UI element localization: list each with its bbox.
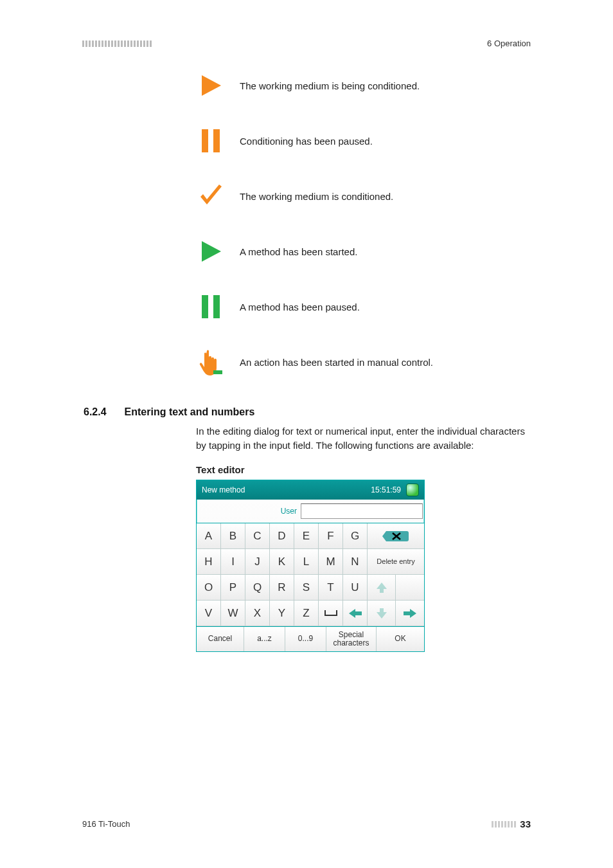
arrow-left-icon xyxy=(348,608,363,619)
key-j[interactable]: J xyxy=(245,549,270,575)
backspace-icon xyxy=(381,529,411,543)
svg-marker-10 xyxy=(404,609,416,618)
check-icon xyxy=(196,181,226,211)
key-y[interactable]: Y xyxy=(270,601,294,626)
editor-bottom-bar: Cancel a...z 0...9 Special characters OK xyxy=(197,626,424,651)
heading-number: 6.2.4 xyxy=(84,406,107,418)
header-ornament xyxy=(82,41,152,47)
key-e[interactable]: E xyxy=(294,523,319,549)
svg-rect-6 xyxy=(213,370,222,374)
key-d[interactable]: D xyxy=(270,523,294,549)
svg-marker-9 xyxy=(377,608,387,619)
page-footer: 916 Ti-Touch 33 xyxy=(82,818,531,829)
cursor-down-button[interactable] xyxy=(368,601,396,626)
svg-marker-0 xyxy=(202,75,221,96)
cursor-up-button[interactable] xyxy=(368,575,396,601)
cursor-blank xyxy=(396,575,424,601)
status-text: Conditioning has been paused. xyxy=(240,136,373,147)
key-g[interactable]: G xyxy=(343,523,368,549)
pause-icon xyxy=(196,292,226,321)
key-x[interactable]: X xyxy=(245,601,270,626)
status-item: An action has been started in manual con… xyxy=(196,334,523,390)
svg-marker-8 xyxy=(349,609,362,618)
play-icon xyxy=(196,237,226,266)
pause-icon xyxy=(196,126,226,156)
key-z[interactable]: Z xyxy=(294,601,319,626)
status-item: The working medium is being conditioned. xyxy=(196,58,523,113)
user-field-label: User xyxy=(242,507,301,516)
key-c[interactable]: C xyxy=(245,523,270,549)
lowercase-button[interactable]: a...z xyxy=(244,627,285,651)
cursor-right-button[interactable] xyxy=(396,601,424,626)
special-chars-button[interactable]: Special characters xyxy=(326,627,377,651)
ok-button[interactable]: OK xyxy=(377,627,424,651)
key-f[interactable]: F xyxy=(319,523,343,549)
status-text: The working medium is conditioned. xyxy=(240,191,393,202)
heading-row: 6.2.4 Entering text and numbers xyxy=(84,406,529,418)
status-text: A method has been started. xyxy=(240,246,357,257)
key-p[interactable]: P xyxy=(221,575,245,601)
status-item: The working medium is conditioned. xyxy=(196,168,523,224)
body-paragraph: In the editing dialog for text or numeri… xyxy=(196,424,531,453)
key-n[interactable]: N xyxy=(343,549,368,575)
key-m[interactable]: M xyxy=(319,549,343,575)
key-u[interactable]: U xyxy=(343,575,368,601)
key-o[interactable]: O xyxy=(197,575,221,601)
svg-rect-4 xyxy=(202,295,208,318)
text-editor-panel: New method 15:51:59 User A B C D E F G xyxy=(196,480,425,652)
footer-ornament xyxy=(492,821,516,827)
heading-title: Entering text and numbers xyxy=(125,406,255,418)
key-t[interactable]: T xyxy=(319,575,343,601)
key-l[interactable]: L xyxy=(294,549,319,575)
subhead: Text editor xyxy=(196,464,245,475)
editor-field-row: User xyxy=(197,500,424,523)
key-i[interactable]: I xyxy=(221,549,245,575)
arrow-right-icon xyxy=(402,608,418,619)
backspace-button[interactable] xyxy=(368,523,424,549)
page-header: 6 Operation xyxy=(82,39,531,48)
play-icon xyxy=(196,71,226,100)
space-icon xyxy=(324,609,338,618)
delete-entry-button[interactable]: Delete entry xyxy=(368,549,424,575)
svg-rect-5 xyxy=(213,295,220,318)
key-s[interactable]: S xyxy=(294,575,319,601)
key-v[interactable]: V xyxy=(197,601,221,626)
key-space[interactable] xyxy=(319,601,343,626)
status-list: The working medium is being conditioned.… xyxy=(196,58,523,390)
status-text: An action has been started in manual con… xyxy=(240,357,433,368)
cancel-button[interactable]: Cancel xyxy=(197,627,244,651)
key-a[interactable]: A xyxy=(197,523,221,549)
page-number: 33 xyxy=(520,818,531,829)
status-text: A method has been paused. xyxy=(240,302,360,312)
keyboard-grid: A B C D E F G H I J K L xyxy=(197,523,424,626)
editor-title: New method xyxy=(202,485,371,494)
status-text: The working medium is being conditioned. xyxy=(240,80,420,91)
key-q[interactable]: Q xyxy=(245,575,270,601)
arrow-down-icon xyxy=(375,607,388,620)
user-input[interactable] xyxy=(301,503,423,519)
key-k[interactable]: K xyxy=(270,549,294,575)
key-r[interactable]: R xyxy=(270,575,294,601)
digits-button[interactable]: 0...9 xyxy=(285,627,326,651)
section-label: 6 Operation xyxy=(487,39,531,48)
status-item: Conditioning has been paused. xyxy=(196,113,523,168)
key-b[interactable]: B xyxy=(221,523,245,549)
status-item: A method has been paused. xyxy=(196,279,523,334)
arrow-up-icon xyxy=(375,581,388,594)
key-h[interactable]: H xyxy=(197,549,221,575)
footer-device: 916 Ti-Touch xyxy=(82,819,130,829)
key-w[interactable]: W xyxy=(221,601,245,626)
status-indicator-icon xyxy=(406,484,419,496)
svg-marker-3 xyxy=(202,241,221,262)
status-item: A method has been started. xyxy=(196,224,523,279)
svg-marker-7 xyxy=(377,583,387,593)
svg-rect-1 xyxy=(202,129,208,152)
svg-rect-2 xyxy=(213,129,220,152)
editor-clock: 15:51:59 xyxy=(371,485,401,494)
cursor-left-button[interactable] xyxy=(343,601,368,626)
editor-titlebar: New method 15:51:59 xyxy=(197,480,424,500)
hand-icon xyxy=(196,347,226,377)
